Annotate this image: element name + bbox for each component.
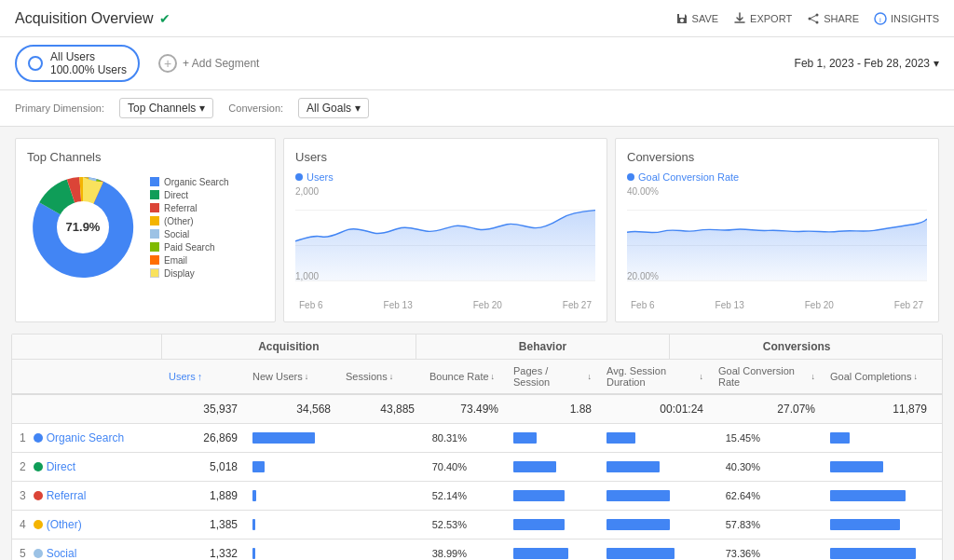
totals-duration: 00:01:24 xyxy=(599,395,711,423)
new-users-bar xyxy=(252,461,265,472)
conversions-chart: Conversions Goal Conversion Rate 40.00% … xyxy=(615,138,939,322)
header-actions: SAVE EXPORT SHARE i INSIGHTS xyxy=(675,12,939,25)
segment-sub: 100.00% Users xyxy=(50,63,127,76)
row-goal-comp-1 xyxy=(823,453,934,481)
primary-dimension-label: Primary Dimension: xyxy=(15,102,104,114)
channel-link[interactable]: Organic Search xyxy=(47,431,124,444)
row-goal-conv-4: 73.36% xyxy=(711,540,823,560)
row-users-1: 5,018 xyxy=(161,453,245,481)
legend-display: Display xyxy=(150,268,228,279)
row-goal-value-1 xyxy=(934,453,943,481)
conv-y-mid: 20.00% xyxy=(627,271,659,281)
save-button[interactable]: SAVE xyxy=(675,12,719,25)
add-segment-button[interactable]: + + Add Segment xyxy=(158,54,259,73)
pie-chart-visual: 71.9% xyxy=(27,171,139,283)
row-goal-value-3 xyxy=(934,511,943,539)
totals-pages: 1.88 xyxy=(506,395,599,423)
primary-dimension-select[interactable]: Top Channels ▾ xyxy=(119,98,213,118)
conversion-select[interactable]: All Goals ▾ xyxy=(298,98,369,118)
row-pages-3 xyxy=(506,511,599,539)
users-line-svg xyxy=(295,190,595,283)
row-bounce-3: 52.53% xyxy=(422,511,506,539)
channel-link[interactable]: Referral xyxy=(47,489,87,502)
ch-users[interactable]: Users ↑ xyxy=(161,360,245,393)
row-goal-conv-1: 40.30% xyxy=(711,453,823,481)
ch-goal-value[interactable]: Goal Value ↓ xyxy=(934,360,943,393)
date-range-picker[interactable]: Feb 1, 2023 - Feb 28, 2023 ▾ xyxy=(795,57,939,70)
duration-bar xyxy=(606,461,660,472)
pie-svg: 71.9% xyxy=(27,171,139,283)
ch-avg-duration[interactable]: Avg. Session Duration ↓ xyxy=(599,360,711,393)
group-expand xyxy=(923,335,942,359)
goal-comp-bar xyxy=(830,519,900,530)
legend-social: Social xyxy=(150,229,228,239)
insights-icon: i xyxy=(874,12,887,25)
row-new-users-2 xyxy=(245,482,338,510)
row-new-users-0 xyxy=(245,424,338,452)
ch-bounce-rate[interactable]: Bounce Rate ↓ xyxy=(422,360,506,393)
table-row: 2 Direct 5,018 70.40% 40.30% xyxy=(12,453,942,482)
row-pages-1 xyxy=(506,453,599,481)
duration-bar xyxy=(606,548,675,559)
pie-section: 71.9% Organic Search Direct Referral (Ot… xyxy=(27,171,264,283)
svg-text:71.9%: 71.9% xyxy=(66,220,101,234)
conversions-line-svg xyxy=(627,190,927,283)
totals-bounce: 73.49% xyxy=(422,395,506,423)
table-row: 5 Social 1,332 38.99% 73.36% xyxy=(12,540,942,560)
row-sessions-0 xyxy=(338,424,422,452)
insights-button[interactable]: i INSIGHTS xyxy=(874,12,939,25)
row-sessions-1 xyxy=(338,453,422,481)
row-goal-conv-3: 57.83% xyxy=(711,511,823,539)
legend-email: Email xyxy=(150,255,228,266)
row-duration-2 xyxy=(599,482,711,510)
legend-referral: Referral xyxy=(150,203,228,213)
legend-paid-search: Paid Search xyxy=(150,242,228,253)
conversions-chart-title: Conversions xyxy=(627,150,927,164)
channel-link[interactable]: (Other) xyxy=(47,518,82,531)
all-users-segment[interactable]: All Users 100.00% Users xyxy=(15,45,140,82)
new-users-bar xyxy=(252,519,255,530)
share-button[interactable]: SHARE xyxy=(807,12,859,25)
row-pages-4 xyxy=(506,540,599,560)
totals-sessions: 43,885 xyxy=(338,395,422,423)
row-pages-2 xyxy=(506,482,599,510)
table-row: 1 Organic Search 26,869 80.31% 15.45% xyxy=(12,424,942,453)
row-goal-value-0 xyxy=(934,424,943,452)
chevron-down-icon: ▾ xyxy=(934,57,939,70)
users-chart-area: 2,000 1,000 xyxy=(295,186,595,298)
row-new-users-3 xyxy=(245,511,338,539)
channel-dot-icon xyxy=(34,549,43,558)
header: Acquisition Overview ✔ SAVE EXPORT SHARE… xyxy=(0,0,954,37)
users-chart-title: Users xyxy=(295,150,595,164)
totals-row: 35,937 34,568 43,885 73.49% 1.88 00:01:2… xyxy=(12,395,942,424)
row-channel-3: 4 (Other) xyxy=(12,511,161,539)
table-rows-container: 1 Organic Search 26,869 80.31% 15.45% 2 xyxy=(12,424,942,560)
ch-goal-conv[interactable]: Goal Conversion Rate ↓ xyxy=(711,360,823,393)
totals-label xyxy=(12,395,161,423)
conversions-chart-area: 40.00% 20.00% xyxy=(627,186,927,298)
ch-sessions[interactable]: Sessions ↓ xyxy=(338,360,422,393)
ch-pages-session[interactable]: Pages / Session ↓ xyxy=(506,360,599,393)
users-dot-icon xyxy=(295,173,303,181)
row-users-0: 26,869 xyxy=(161,424,245,452)
row-goal-conv-2: 62.64% xyxy=(711,482,823,510)
row-goal-comp-2 xyxy=(823,482,934,510)
conv-y-max: 40.00% xyxy=(627,186,659,197)
export-button[interactable]: EXPORT xyxy=(733,12,792,25)
segment-info: All Users 100.00% Users xyxy=(50,50,127,76)
ch-new-users[interactable]: New Users ↓ xyxy=(245,360,338,393)
row-sessions-2 xyxy=(338,482,422,510)
ch-goal-comp[interactable]: Goal Completions ↓ xyxy=(823,360,934,393)
conversions-x-labels: Feb 6 Feb 13 Feb 20 Feb 27 xyxy=(627,300,927,310)
header-title-area: Acquisition Overview ✔ xyxy=(15,10,170,27)
new-users-bar xyxy=(252,548,255,559)
group-behavior: Behavior xyxy=(416,335,670,359)
channel-link[interactable]: Social xyxy=(47,547,77,560)
charts-area: Top Channels xyxy=(0,127,954,334)
add-circle-icon: + xyxy=(158,54,177,73)
users-y-mid: 1,000 xyxy=(295,271,319,281)
svg-text:i: i xyxy=(879,16,881,24)
pages-bar xyxy=(513,519,565,530)
channel-link[interactable]: Direct xyxy=(47,460,75,473)
goal-comp-bar xyxy=(830,461,883,472)
